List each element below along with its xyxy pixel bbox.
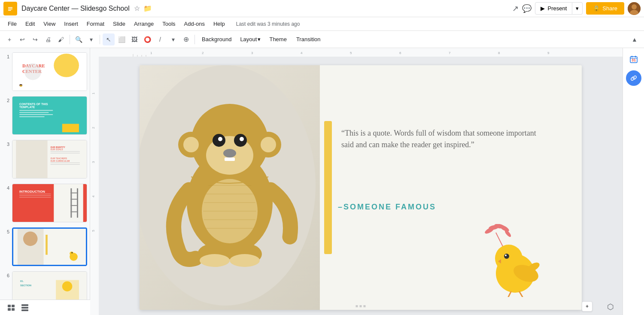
paintformat-button[interactable]: 🖌 — [55, 33, 67, 45]
svg-text:4: 4 — [301, 51, 303, 55]
svg-point-50 — [71, 252, 73, 254]
slide-img-4[interactable]: INTRODUCTION — [12, 184, 87, 222]
svg-rect-62 — [21, 309, 28, 311]
svg-point-106 — [200, 254, 230, 267]
slide-img-2[interactable]: CONTENTS OF THIS TEMPLATE — [12, 96, 87, 135]
menu-addons[interactable]: Add-ons — [180, 19, 209, 29]
activity-icon[interactable]: ↗ — [512, 4, 519, 13]
svg-rect-57 — [12, 305, 15, 307]
menu-bar: File Edit View Insert Format Slide Arran… — [0, 17, 644, 31]
line-tool[interactable]: / — [154, 33, 166, 45]
svg-text:OUR TEACHERS: OUR TEACHERS — [50, 158, 67, 160]
svg-point-49 — [70, 251, 73, 255]
menu-file[interactable]: File — [3, 19, 21, 29]
slide-content[interactable]: “This is a quote. Words full of wisdom t… — [140, 65, 582, 310]
comment-icon[interactable]: 💬 — [522, 4, 532, 13]
redo-button[interactable]: ↪ — [29, 33, 41, 45]
svg-text:2: 2 — [202, 51, 204, 55]
doc-title-area: Daycare Center — Slidesgo School ☆ 📁 — [21, 4, 512, 12]
print-button[interactable]: 🖨 — [42, 33, 54, 45]
add-to-slide-button[interactable]: + — [582, 301, 592, 312]
svg-point-116 — [504, 254, 509, 259]
zoom-dropdown[interactable]: ▾ — [85, 33, 97, 45]
svg-text:1: 1 — [91, 92, 95, 94]
menu-view[interactable]: View — [39, 19, 60, 29]
svg-rect-30 — [50, 163, 79, 163]
grid-view-button[interactable] — [19, 302, 31, 314]
menu-insert[interactable]: Insert — [60, 19, 82, 29]
calendar-icon[interactable]: 31 — [626, 51, 641, 67]
image-tool[interactable]: 🖼 — [128, 33, 140, 45]
user-avatar[interactable] — [628, 2, 641, 15]
share-button[interactable]: 🔒 Share — [586, 2, 624, 15]
app-logo[interactable] — [3, 2, 17, 15]
slide-img-3[interactable]: OUR IDENTITY OUR GOALS OUR TEACHERS OUR … — [12, 140, 87, 179]
toolbar: + ↩ ↪ 🖨 🖌 🔍 ▾ ↖ ⬜ 🖼 ⭕ / ▾ ⊕ Background L… — [0, 31, 644, 48]
zoom-button[interactable]: 🔍 — [73, 33, 85, 45]
svg-line-121 — [507, 292, 511, 297]
slide-thumb-2[interactable]: 2 CONTENTS OF THIS TEMPLATE — [2, 95, 88, 136]
svg-rect-18 — [19, 112, 49, 113]
svg-rect-17 — [19, 110, 53, 111]
doc-title[interactable]: Daycare Center — Slidesgo School — [21, 5, 130, 12]
menu-slide[interactable]: Slide — [109, 19, 130, 29]
slide-num-5: 5 — [3, 227, 9, 234]
svg-rect-61 — [21, 307, 28, 309]
menu-tools[interactable]: Tools — [158, 19, 179, 29]
present-button[interactable]: ▶ Present — [535, 2, 572, 15]
svg-point-55 — [62, 281, 72, 291]
canvas-area: 1 2 3 4 5 6 7 8 9 — [90, 48, 623, 315]
menu-arrange[interactable]: Arrange — [130, 19, 158, 29]
menu-format[interactable]: Format — [82, 19, 109, 29]
svg-text:3: 3 — [91, 161, 95, 163]
collapse-toolbar-button[interactable]: ▲ — [629, 33, 641, 45]
shape-tool[interactable]: ⬜ — [115, 33, 128, 45]
svg-text:INTRODUCTION: INTRODUCTION — [19, 190, 45, 194]
select-tool[interactable]: ↖ — [103, 33, 115, 45]
svg-rect-59 — [12, 308, 15, 311]
menu-edit[interactable]: Edit — [21, 19, 39, 29]
last-edit-label: Last edit was 3 minutes ago — [236, 21, 300, 27]
layout-button[interactable]: Layout ▾ — [237, 34, 264, 44]
svg-rect-56 — [8, 305, 11, 307]
svg-point-91 — [223, 149, 236, 158]
svg-rect-43 — [70, 212, 78, 212]
star-icon[interactable]: ☆ — [134, 4, 140, 12]
slide-thumb-4[interactable]: 4 INTRODUCTION — [2, 183, 88, 223]
circle-tool[interactable]: ⭕ — [141, 33, 153, 45]
folder-icon[interactable]: 📁 — [143, 4, 152, 12]
svg-rect-1 — [8, 7, 12, 8]
expand-button[interactable]: ⬡ — [607, 302, 614, 312]
slide-thumb-1[interactable]: 1 DAYCARE CENTER 🧒 — [2, 51, 88, 92]
list-view-button[interactable] — [5, 302, 17, 314]
add-button[interactable]: + — [3, 33, 15, 45]
theme-button[interactable]: Theme — [265, 34, 291, 44]
svg-point-107 — [230, 254, 260, 267]
title-bar: Daycare Center — Slidesgo School ☆ 📁 ↗ 💬… — [0, 0, 644, 17]
lock-icon: 🔒 — [593, 5, 600, 12]
slide-panel: 1 DAYCARE CENTER 🧒 2 — [0, 48, 90, 315]
slide-thumb-5[interactable]: 5 — [2, 227, 88, 267]
line-dropdown[interactable]: ▾ — [167, 33, 179, 45]
quote-author[interactable]: –SOMEONE FAMOUS — [338, 203, 436, 212]
present-screen-icon: ▶ — [541, 5, 545, 12]
link-icon[interactable] — [626, 70, 641, 86]
toolbar-divider-2 — [100, 35, 100, 44]
svg-point-90 — [240, 137, 244, 141]
slide-img-1[interactable]: DAYCARE CENTER 🧒 — [12, 52, 87, 91]
slide-thumb-3[interactable]: 3 OUR IDENTITY OUR GOALS OUR TEACHERS OU… — [2, 139, 88, 179]
transition-button[interactable]: Transition — [292, 34, 325, 44]
quote-text[interactable]: “This is a quote. Words full of wisdom t… — [341, 127, 547, 151]
menu-help[interactable]: Help — [209, 19, 229, 29]
bottom-bar — [0, 300, 90, 315]
present-dropdown-button[interactable]: ▾ — [572, 2, 583, 15]
background-button[interactable]: Background — [197, 34, 236, 44]
slide-img-5[interactable] — [12, 227, 87, 266]
svg-rect-77 — [90, 57, 99, 315]
svg-rect-27 — [50, 153, 79, 153]
undo-button[interactable]: ↩ — [16, 33, 28, 45]
svg-rect-20 — [19, 116, 45, 117]
right-controls: ↗ 💬 ▶ Present ▾ 🔒 Share — [512, 2, 641, 15]
add-textbox-button[interactable]: ⊕ — [180, 33, 192, 45]
svg-rect-42 — [70, 205, 78, 206]
